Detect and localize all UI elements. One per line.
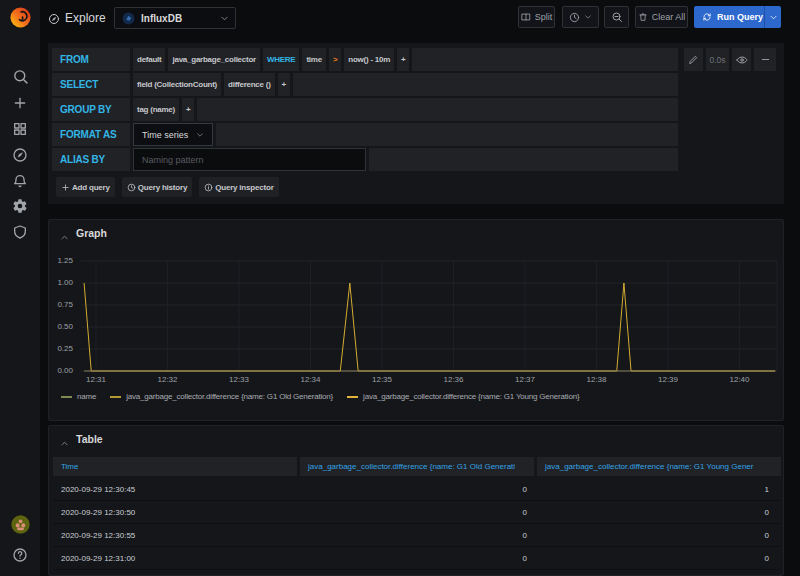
- query-row-group-by: GROUP BYtag (name)+: [52, 98, 678, 121]
- table-cell-value: [300, 570, 534, 576]
- table-row: 2020-09-29 12:30:4501: [53, 478, 781, 501]
- legend-item[interactable]: name: [61, 392, 96, 401]
- y-axis-label: 1.00: [49, 278, 73, 287]
- query-row-label: FROM: [52, 48, 130, 71]
- table-cell-value: 0: [300, 547, 534, 569]
- table-cell-value: [537, 570, 781, 576]
- explore-title-icon: [48, 11, 60, 29]
- legend-item[interactable]: java_garbage_collector.difference {name:…: [110, 392, 333, 401]
- query-segment[interactable]: time: [302, 48, 325, 71]
- table-cell-value: 0: [537, 547, 781, 569]
- refresh-icon: [702, 12, 712, 22]
- history-icon: [127, 183, 136, 192]
- run-query-dropdown-icon[interactable]: [765, 13, 781, 22]
- chevron-down-icon: [220, 14, 229, 23]
- y-axis-label: 0.00: [49, 366, 73, 375]
- table-cell-value: 0: [300, 524, 534, 546]
- query-editor: FROMdefaultjava_garbage_collectorWHEREti…: [48, 43, 784, 204]
- table-cell-time: 2020-09-29 12:30:50: [53, 501, 297, 523]
- x-axis-label: 12:33: [224, 375, 254, 384]
- query-segment[interactable]: +: [278, 73, 290, 96]
- x-axis-label: 12:34: [296, 375, 326, 384]
- query-segment[interactable]: default: [133, 48, 165, 71]
- table-row: [53, 570, 781, 576]
- query-row-label: SELECT: [52, 73, 130, 96]
- chevron-down-icon: [584, 13, 592, 21]
- table-header-time[interactable]: Time: [53, 457, 297, 476]
- clear-all-button[interactable]: Clear All: [635, 6, 688, 28]
- x-axis-label: 12:39: [653, 375, 683, 384]
- table-collapse-icon[interactable]: [60, 434, 69, 452]
- edit-query-button[interactable]: [684, 48, 703, 71]
- admin-shield-icon[interactable]: [0, 222, 40, 242]
- split-icon: [521, 12, 531, 22]
- query-segment[interactable]: field (CollectionCount): [133, 73, 221, 96]
- hide-query-eye-button[interactable]: [732, 48, 751, 71]
- remove-query-button[interactable]: [754, 48, 776, 71]
- query-segment[interactable]: difference (): [224, 73, 275, 96]
- query-segment[interactable]: now() - 10m: [344, 48, 394, 71]
- x-axis-label: 12:36: [439, 375, 469, 384]
- table-cell-time: 2020-09-29 12:31:00: [53, 547, 297, 569]
- table-cell-value: 0: [300, 501, 534, 523]
- table-header-col2[interactable]: java_garbage_collector.difference {name:…: [537, 457, 781, 476]
- query-row-filler[interactable]: [197, 98, 678, 121]
- table-header-col1[interactable]: java_garbage_collector.difference {name:…: [300, 457, 534, 476]
- help-icon[interactable]: [0, 545, 40, 565]
- y-axis-label: 0.25: [49, 344, 73, 353]
- format-as-select[interactable]: Time series: [133, 123, 213, 146]
- legend-item[interactable]: java_garbage_collector.difference {name:…: [347, 392, 579, 401]
- x-axis-label: 12:38: [582, 375, 612, 384]
- configuration-gear-icon[interactable]: [0, 196, 40, 216]
- legend-series-dash: [347, 396, 358, 398]
- query-segment[interactable]: java_garbage_collector: [168, 48, 259, 71]
- plus-icon[interactable]: [0, 93, 40, 113]
- dashboards-icon[interactable]: [0, 119, 40, 139]
- query-inspector-button[interactable]: Query inspector: [199, 177, 278, 197]
- query-row-filler[interactable]: [369, 148, 678, 171]
- y-axis-label: 1.25: [49, 256, 73, 265]
- table-cell-value: 0: [537, 501, 781, 523]
- x-axis-label: 12:32: [153, 375, 183, 384]
- split-button[interactable]: Split: [518, 6, 555, 28]
- query-row-from: FROMdefaultjava_garbage_collectorWHEREti…: [52, 48, 678, 71]
- query-segment[interactable]: WHERE: [263, 48, 300, 71]
- query-segment[interactable]: >: [329, 48, 341, 71]
- x-axis-label: 12:31: [81, 375, 111, 384]
- info-icon: [204, 183, 213, 192]
- grafana-logo-icon[interactable]: [0, 7, 40, 27]
- alias-by-input[interactable]: Naming pattern: [133, 148, 366, 171]
- table-cell-time: 2020-09-29 12:30:45: [53, 478, 297, 500]
- plus-icon: [61, 183, 70, 192]
- query-row-label: ALIAS BY: [52, 148, 130, 171]
- time-range-button[interactable]: [562, 6, 599, 28]
- table-panel-title[interactable]: Table: [76, 433, 103, 445]
- query-row-filler[interactable]: [216, 123, 678, 146]
- query-segment[interactable]: +: [182, 98, 194, 121]
- legend-series-dash: [110, 396, 121, 398]
- query-segment[interactable]: +: [397, 48, 409, 71]
- y-axis-label: 0.50: [49, 322, 73, 331]
- search-icon[interactable]: [0, 66, 40, 86]
- query-history-button[interactable]: Query history: [122, 177, 192, 197]
- query-row-filler[interactable]: [412, 48, 678, 71]
- run-query-button[interactable]: Run Query: [694, 6, 781, 28]
- table-cell-value: 0: [537, 524, 781, 546]
- zoom-out-button[interactable]: [604, 6, 629, 28]
- table-cell-value: 1: [537, 478, 781, 500]
- table-row: 2020-09-29 12:30:5000: [53, 501, 781, 524]
- explore-compass-icon[interactable]: [0, 145, 40, 165]
- trash-icon: [638, 12, 648, 22]
- datasource-picker[interactable]: InfluxDB: [114, 7, 236, 29]
- query-segment[interactable]: tag (name): [133, 98, 179, 121]
- table-cell-time: 2020-09-29 12:30:55: [53, 524, 297, 546]
- add-query-button[interactable]: Add query: [56, 177, 115, 197]
- clock-icon: [569, 12, 580, 23]
- avatar[interactable]: [0, 513, 40, 535]
- zoom-out-icon: [611, 11, 623, 23]
- page-title: Explore: [65, 11, 106, 25]
- alerting-bell-icon[interactable]: [0, 171, 40, 191]
- x-axis-label: 12:40: [725, 375, 755, 384]
- query-row-filler[interactable]: [293, 73, 678, 96]
- query-row-alias-by: ALIAS BYNaming pattern: [52, 148, 678, 171]
